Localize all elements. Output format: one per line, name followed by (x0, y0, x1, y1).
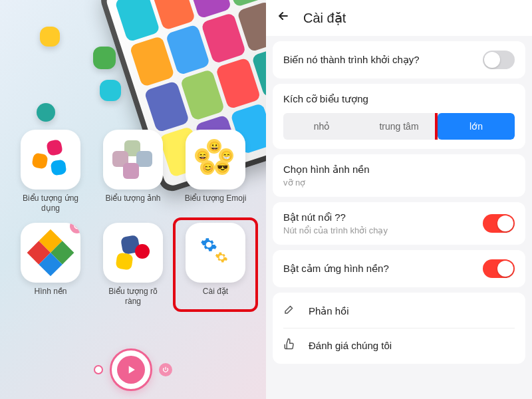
float-button-row[interactable]: Bật nút nổi ?? Nút nổi của trình khởi ch… (273, 202, 525, 245)
page-title: Cài đặt (303, 10, 346, 26)
icon-size-section: Kích cỡ biểu tượng nhỏ trung tâm lớn (273, 84, 525, 149)
floating-app-icon (37, 103, 55, 122)
row-label: Chọn hình ảnh nền (283, 164, 515, 176)
size-option-medium[interactable]: trung tâm (360, 113, 438, 140)
row-label: Bật cảm ứng hình nền? (283, 263, 389, 275)
more-section: Phản hồi Đánh giá chúng tôi (273, 293, 525, 364)
toggle-switch[interactable] (483, 214, 515, 233)
row-label: Phản hồi (309, 305, 349, 317)
clear-icon-tile[interactable]: Biểu tượng rõ ràng (96, 223, 170, 307)
launcher-home-screen: Biểu tượng ứng dụng Biểu tượng ảnh (0, 0, 266, 399)
tile-label: Biểu tượng rõ ràng (100, 287, 166, 307)
tile-label: Biểu tượng ứng dụng (17, 194, 84, 213)
highlight-box: lớn (435, 113, 515, 140)
floating-action-button[interactable] (94, 348, 172, 391)
row-label: Biến nó thành trình khởi chạy? (283, 54, 420, 66)
edit-icon (283, 303, 301, 319)
row-value: vỡ nợ (283, 178, 515, 188)
floating-app-icon (100, 80, 121, 101)
back-icon[interactable] (277, 9, 293, 27)
tile-label: Biểu tượng Emoji (185, 194, 247, 203)
icon-size-segmented: nhỏ trung tâm lớn (283, 113, 515, 140)
floating-app-icon (93, 47, 116, 69)
emoji-icon-tile[interactable]: 😀 😄 😁 😊 😎 Biểu tượng Emoji (178, 130, 253, 213)
size-option-small[interactable]: nhỏ (283, 113, 360, 140)
thumbs-up-icon (283, 338, 301, 353)
photo-icon-tile[interactable]: Biểu tượng ảnh (96, 130, 170, 213)
size-option-large[interactable]: lớn (438, 113, 515, 140)
tile-label: Hình nền (34, 287, 66, 297)
wallpaper-tile[interactable]: Hình nền (13, 223, 88, 307)
row-label: Bật nút nổi ?? (283, 211, 388, 223)
settings-tile[interactable]: Cài đặt (178, 223, 253, 297)
wallpaper-touch-row[interactable]: Bật cảm ứng hình nền? (273, 250, 525, 287)
app-icon-tile[interactable]: Biểu tượng ứng dụng (13, 130, 88, 213)
toggle-switch[interactable] (483, 51, 515, 69)
power-icon (70, 223, 80, 233)
app-grid: Biểu tượng ứng dụng Biểu tượng ảnh (0, 130, 266, 307)
wallpaper-select-row[interactable]: Chọn hình ảnh nền vỡ nợ (273, 154, 525, 197)
toggle-switch[interactable] (483, 259, 515, 278)
settings-screen: Cài đặt Biến nó thành trình khởi chạy? K… (266, 0, 532, 399)
row-sublabel: Nút nổi của trình khởi chạy (283, 225, 388, 235)
row-label: Kích cỡ biểu tượng (283, 93, 515, 105)
tile-label: Cài đặt (203, 287, 228, 297)
make-launcher-row[interactable]: Biến nó thành trình khởi chạy? (273, 41, 525, 78)
tile-label: Biểu tượng ảnh (105, 194, 160, 203)
highlight-box: Cài đặt (173, 217, 258, 312)
power-icon (159, 363, 172, 376)
floating-app-icon (40, 27, 60, 47)
rate-row[interactable]: Đánh giá chúng tôi (283, 331, 515, 360)
feedback-row[interactable]: Phản hồi (283, 297, 515, 325)
header: Cài đặt (266, 0, 532, 36)
row-label: Đánh giá chúng tôi (309, 340, 392, 351)
